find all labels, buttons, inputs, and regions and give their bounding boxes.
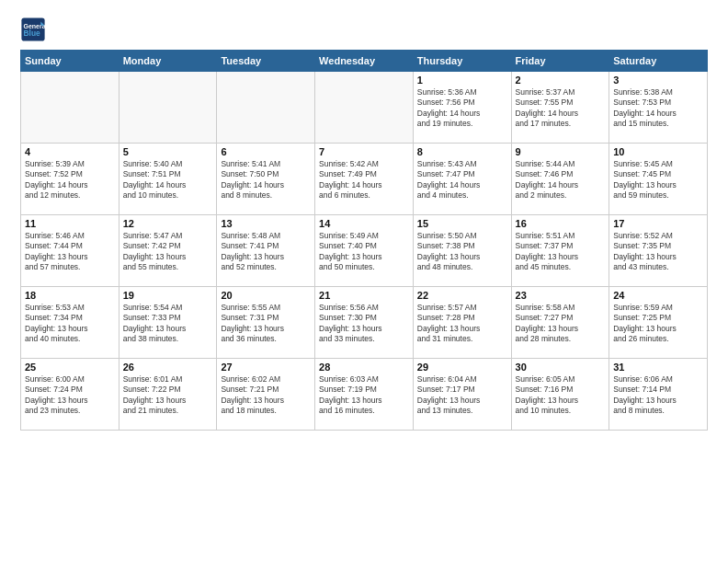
day-cell [119,72,217,144]
day-info: Sunrise: 5:52 AM Sunset: 7:35 PM Dayligh… [613,231,703,273]
day-number: 4 [25,146,115,157]
day-cell: 19Sunrise: 5:54 AM Sunset: 7:33 PM Dayli… [119,287,217,359]
day-info: Sunrise: 5:46 AM Sunset: 7:44 PM Dayligh… [25,231,115,273]
day-number: 8 [417,146,507,157]
day-number: 9 [516,146,606,157]
day-cell: 29Sunrise: 6:04 AM Sunset: 7:17 PM Dayli… [413,359,511,431]
day-number: 27 [221,362,311,373]
day-number: 31 [613,362,703,373]
day-info: Sunrise: 5:45 AM Sunset: 7:45 PM Dayligh… [613,159,703,201]
day-cell: 30Sunrise: 6:05 AM Sunset: 7:16 PM Dayli… [511,359,609,431]
day-info: Sunrise: 6:04 AM Sunset: 7:17 PM Dayligh… [417,374,507,417]
day-cell: 13Sunrise: 5:48 AM Sunset: 7:41 PM Dayli… [217,215,315,287]
day-number: 25 [25,362,115,373]
day-cell: 17Sunrise: 5:52 AM Sunset: 7:35 PM Dayli… [609,215,708,287]
day-info: Sunrise: 5:38 AM Sunset: 7:53 PM Dayligh… [613,87,703,130]
day-cell: 10Sunrise: 5:45 AM Sunset: 7:45 PM Dayli… [609,144,708,215]
day-cell: 5Sunrise: 5:40 AM Sunset: 7:51 PM Daylig… [119,144,217,215]
day-number: 17 [613,218,703,229]
day-number: 23 [516,290,606,301]
day-info: Sunrise: 5:57 AM Sunset: 7:28 PM Dayligh… [417,303,507,345]
day-info: Sunrise: 6:05 AM Sunset: 7:16 PM Dayligh… [516,374,606,417]
day-number: 19 [123,290,213,301]
day-cell [217,72,315,144]
day-cell: 6Sunrise: 5:41 AM Sunset: 7:50 PM Daylig… [217,144,315,215]
day-info: Sunrise: 5:54 AM Sunset: 7:33 PM Dayligh… [123,303,213,345]
day-number: 2 [516,75,606,86]
day-number: 29 [417,362,507,373]
day-number: 21 [319,290,409,301]
day-cell: 31Sunrise: 6:06 AM Sunset: 7:14 PM Dayli… [609,359,708,431]
day-cell [21,72,119,144]
day-number: 7 [319,146,409,157]
day-cell: 28Sunrise: 6:03 AM Sunset: 7:19 PM Dayli… [315,359,414,431]
day-info: Sunrise: 5:42 AM Sunset: 7:49 PM Dayligh… [319,159,409,201]
day-info: Sunrise: 5:59 AM Sunset: 7:25 PM Dayligh… [613,303,703,345]
page: General Blue SundayMondayTuesdayWednesda… [0,0,728,563]
day-info: Sunrise: 6:00 AM Sunset: 7:24 PM Dayligh… [25,374,115,417]
day-cell: 12Sunrise: 5:47 AM Sunset: 7:42 PM Dayli… [119,215,217,287]
day-number: 10 [613,146,703,157]
weekday-header-thursday: Thursday [413,51,511,72]
week-row-4: 18Sunrise: 5:53 AM Sunset: 7:34 PM Dayli… [21,287,708,359]
day-cell: 26Sunrise: 6:01 AM Sunset: 7:22 PM Dayli… [119,359,217,431]
day-cell [315,72,414,144]
day-info: Sunrise: 5:43 AM Sunset: 7:47 PM Dayligh… [417,159,507,201]
day-cell: 24Sunrise: 5:59 AM Sunset: 7:25 PM Dayli… [609,287,708,359]
week-row-5: 25Sunrise: 6:00 AM Sunset: 7:24 PM Dayli… [21,359,708,431]
day-info: Sunrise: 5:50 AM Sunset: 7:38 PM Dayligh… [417,231,507,273]
day-info: Sunrise: 5:36 AM Sunset: 7:56 PM Dayligh… [417,87,507,130]
day-cell: 1Sunrise: 5:36 AM Sunset: 7:56 PM Daylig… [413,72,511,144]
day-info: Sunrise: 5:58 AM Sunset: 7:27 PM Dayligh… [516,303,606,345]
day-number: 18 [25,290,115,301]
day-cell: 11Sunrise: 5:46 AM Sunset: 7:44 PM Dayli… [21,215,119,287]
day-number: 11 [25,218,115,229]
day-number: 14 [319,218,409,229]
header: General Blue [20,17,708,42]
day-cell: 20Sunrise: 5:55 AM Sunset: 7:31 PM Dayli… [217,287,315,359]
day-info: Sunrise: 5:49 AM Sunset: 7:40 PM Dayligh… [319,231,409,273]
weekday-header-sunday: Sunday [21,51,119,72]
day-number: 20 [221,290,311,301]
day-cell: 7Sunrise: 5:42 AM Sunset: 7:49 PM Daylig… [315,144,414,215]
day-info: Sunrise: 5:41 AM Sunset: 7:50 PM Dayligh… [221,159,311,201]
day-info: Sunrise: 5:37 AM Sunset: 7:55 PM Dayligh… [516,87,606,130]
day-info: Sunrise: 5:44 AM Sunset: 7:46 PM Dayligh… [516,159,606,201]
day-cell: 2Sunrise: 5:37 AM Sunset: 7:55 PM Daylig… [511,72,609,144]
weekday-header-friday: Friday [511,51,609,72]
day-info: Sunrise: 6:02 AM Sunset: 7:21 PM Dayligh… [221,374,311,417]
day-info: Sunrise: 5:51 AM Sunset: 7:37 PM Dayligh… [516,231,606,273]
day-number: 24 [613,290,703,301]
logo-icon: General Blue [20,17,46,42]
day-cell: 16Sunrise: 5:51 AM Sunset: 7:37 PM Dayli… [511,215,609,287]
day-number: 15 [417,218,507,229]
weekday-header-monday: Monday [119,51,217,72]
weekday-header-saturday: Saturday [609,51,708,72]
logo: General Blue [20,17,50,42]
day-cell: 15Sunrise: 5:50 AM Sunset: 7:38 PM Dayli… [413,215,511,287]
day-cell: 14Sunrise: 5:49 AM Sunset: 7:40 PM Dayli… [315,215,414,287]
day-number: 30 [516,362,606,373]
day-info: Sunrise: 5:55 AM Sunset: 7:31 PM Dayligh… [221,303,311,345]
day-cell: 8Sunrise: 5:43 AM Sunset: 7:47 PM Daylig… [413,144,511,215]
day-number: 13 [221,218,311,229]
day-info: Sunrise: 5:40 AM Sunset: 7:51 PM Dayligh… [123,159,213,201]
week-row-2: 4Sunrise: 5:39 AM Sunset: 7:52 PM Daylig… [21,144,708,215]
weekday-header-row: SundayMondayTuesdayWednesdayThursdayFrid… [21,51,708,72]
weekday-header-tuesday: Tuesday [217,51,315,72]
day-cell: 25Sunrise: 6:00 AM Sunset: 7:24 PM Dayli… [21,359,119,431]
day-info: Sunrise: 5:48 AM Sunset: 7:41 PM Dayligh… [221,231,311,273]
day-info: Sunrise: 6:01 AM Sunset: 7:22 PM Dayligh… [123,374,213,417]
day-number: 28 [319,362,409,373]
day-info: Sunrise: 5:53 AM Sunset: 7:34 PM Dayligh… [25,303,115,345]
day-info: Sunrise: 5:56 AM Sunset: 7:30 PM Dayligh… [319,303,409,345]
week-row-3: 11Sunrise: 5:46 AM Sunset: 7:44 PM Dayli… [21,215,708,287]
day-number: 26 [123,362,213,373]
day-cell: 27Sunrise: 6:02 AM Sunset: 7:21 PM Dayli… [217,359,315,431]
day-number: 1 [417,75,507,86]
day-cell: 23Sunrise: 5:58 AM Sunset: 7:27 PM Dayli… [511,287,609,359]
day-info: Sunrise: 5:47 AM Sunset: 7:42 PM Dayligh… [123,231,213,273]
day-info: Sunrise: 5:39 AM Sunset: 7:52 PM Dayligh… [25,159,115,201]
day-info: Sunrise: 6:06 AM Sunset: 7:14 PM Dayligh… [613,374,703,417]
day-cell: 22Sunrise: 5:57 AM Sunset: 7:28 PM Dayli… [413,287,511,359]
